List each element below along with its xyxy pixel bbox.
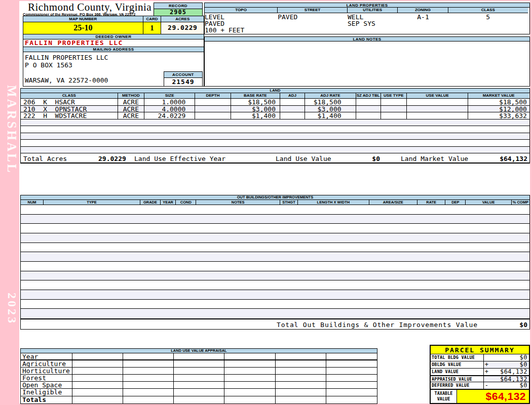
- column-header-depth: DEPTH: [195, 93, 231, 98]
- column-header-grade: GRADE: [140, 200, 161, 205]
- zoning-value: A-1: [398, 14, 448, 20]
- land-row: 206 K HSACR ACRE 1.0000 $18,500 $18,500 …: [21, 99, 529, 106]
- cell-sz-adj-tbl: [356, 99, 381, 105]
- column-header-type: TYPE: [44, 200, 140, 205]
- column-header-cond: COND: [176, 200, 196, 205]
- topo-value: 100 + FEET: [205, 27, 278, 33]
- row-label: TOTAL BLDG VALUE: [431, 354, 484, 361]
- amount: $0: [520, 354, 527, 361]
- year-watermark: 2023: [2, 284, 19, 334]
- land-totals-row: Total Acres 29.0229 Land Use Effective Y…: [21, 153, 529, 163]
- account-box: ACCOUNT 21549: [164, 71, 203, 87]
- cell-depth: [195, 106, 231, 112]
- cell-base-rate: $3,000: [231, 106, 280, 112]
- column-header-use-value: USE VALUE: [407, 93, 468, 98]
- land-notes-box: [204, 42, 530, 87]
- row-label: LAND VALUE: [431, 369, 484, 375]
- acres-value: 29.0229: [161, 22, 204, 34]
- summary-row-appraised: APPRAISED VALUE $64,132: [431, 375, 529, 382]
- empty-cell: [174, 353, 224, 359]
- class-values: 5: [448, 13, 528, 34]
- cell-adj-rate: $1,400: [305, 112, 356, 119]
- empty-cell: [72, 368, 123, 374]
- cell-class: 222 H WDSTACRE: [21, 112, 118, 119]
- total-acres-label: Total Acres: [23, 155, 67, 163]
- summary-row-total-bldg: TOTAL BLDG VALUE $0: [431, 354, 529, 361]
- row-label: Totals: [21, 396, 72, 403]
- row-label: Horticulture: [21, 368, 72, 374]
- column-header-pct-comp: % COMP: [512, 200, 529, 205]
- total-acres-value: 29.0229: [98, 155, 126, 163]
- empty-cell: [326, 396, 377, 403]
- column-header-dep: DEP: [445, 200, 466, 205]
- zoning-values: A-1: [398, 13, 448, 34]
- appraisal-row-agriculture: Agriculture: [21, 360, 377, 368]
- summary-row-deferred: DEFERRED VALUE -$0: [431, 382, 529, 389]
- empty-cell: [276, 389, 326, 395]
- empty-row: [21, 140, 529, 147]
- column-header-market-value: MARKET VALUE: [468, 93, 528, 98]
- empty-row: [21, 233, 529, 243]
- empty-cell: [123, 360, 174, 367]
- empty-cell: [326, 375, 377, 381]
- column-header-num: NUM: [21, 200, 44, 205]
- out-buildings-total-value: $0: [519, 321, 527, 329]
- row-label: Open Space: [21, 382, 72, 388]
- land-table-title: LAND: [21, 89, 529, 93]
- empty-cell: [174, 368, 224, 374]
- class-value: 5: [448, 14, 528, 20]
- row-label: DEFERRED VALUE: [431, 382, 484, 389]
- empty-cell: [326, 382, 377, 388]
- empty-cell: [224, 353, 275, 359]
- column-header-zoning: ZONING: [398, 8, 448, 13]
- appraisal-row-year: Year: [21, 353, 377, 360]
- account-number: 21549: [164, 78, 202, 86]
- column-header-adj: ADJ: [280, 93, 305, 98]
- map-number-value: 25-10: [23, 22, 143, 34]
- cell-depth: [195, 99, 231, 105]
- cell-method: ACRE: [118, 112, 144, 119]
- land-use-value: $0: [372, 155, 380, 163]
- summary-row-obldg: OBLDG VALUE +$0: [431, 361, 529, 369]
- column-header-topo: TOPO: [205, 8, 278, 13]
- column-header-sz-adj-tbl: SZ ADJ TBL: [356, 93, 381, 98]
- empty-cell: [276, 360, 326, 367]
- empty-cell: [72, 353, 123, 359]
- land-use-appraisal-title: LAND USE VALUE APPRAISAL: [21, 349, 377, 353]
- cell-use-value: [407, 106, 468, 112]
- empty-cell: [174, 382, 224, 388]
- account-label: ACCOUNT: [164, 72, 202, 78]
- cell-use-type: [381, 106, 407, 112]
- empty-row: [21, 252, 529, 262]
- out-buildings-total-label: Total Out Buildings & Other Improvements…: [277, 321, 478, 329]
- empty-cell: [326, 389, 377, 395]
- taxable-value-amount: $64,132: [457, 390, 529, 403]
- land-use-value-label: Land Use Value: [276, 155, 331, 163]
- column-header-utilities: UTILITIES: [348, 8, 398, 13]
- appraisal-row-forest: Forest: [21, 375, 377, 382]
- column-header-class: CLASS: [21, 93, 118, 98]
- column-header-base-rate: BASE RATE: [231, 93, 280, 98]
- empty-cell: [123, 368, 174, 374]
- cell-class: 210 X OPNSTACR: [21, 106, 118, 112]
- appraisal-row-totals: Totals: [21, 396, 377, 403]
- empty-row: [21, 243, 529, 253]
- empty-row: [21, 224, 529, 233]
- operator: +: [485, 361, 488, 368]
- row-label: Forest: [21, 375, 72, 381]
- row-label: OBLDG VALUE: [431, 361, 484, 368]
- land-notes-title: LAND NOTES: [204, 36, 530, 42]
- empty-cell: [276, 368, 326, 374]
- land-properties-headers: TOPO STREET UTILITIES ZONING CLASS: [204, 8, 530, 13]
- operator: +: [485, 369, 488, 375]
- amount: $0: [520, 382, 527, 389]
- column-header-rate: RATE: [417, 200, 445, 205]
- empty-cell: [174, 396, 224, 403]
- summary-row-land: LAND VALUE +$64,132: [431, 369, 529, 376]
- card-value: 1: [143, 22, 162, 34]
- empty-cell: [326, 368, 377, 374]
- empty-row: [21, 133, 529, 140]
- empty-cell: [174, 389, 224, 395]
- cell-size: 4.0000: [144, 106, 195, 112]
- card-label: CARD: [143, 16, 162, 22]
